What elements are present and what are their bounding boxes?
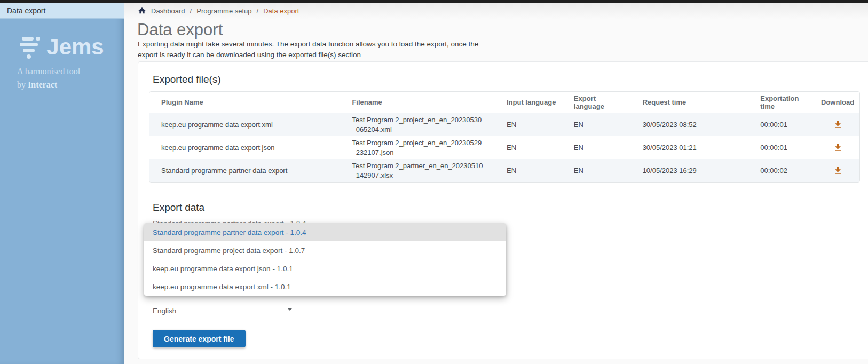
- download-icon[interactable]: [833, 120, 843, 130]
- top-bar: Dashboard/Programme setup/Data export: [124, 3, 868, 19]
- cell-plugin-name: Standard programme partner data export: [149, 159, 340, 182]
- cell-input-language: EN: [495, 136, 562, 159]
- plugin-select-dropdown: Standard programme partner data export -…: [144, 223, 506, 296]
- dropdown-option[interactable]: Standard programme project data export -…: [144, 241, 506, 259]
- export-language-value: English: [153, 307, 176, 315]
- cell-exportation-time: 00:00:02: [748, 159, 816, 182]
- cell-filename: Test Program 2_project_en_en_20230529_23…: [340, 136, 495, 159]
- cell-download: [816, 159, 859, 182]
- table-header-row: Plugin NameFilenameInput languageExport …: [149, 92, 859, 113]
- content-card: Exported file(s) Plugin NameFilenameInpu…: [138, 61, 868, 359]
- jems-logo-text: Jems: [46, 34, 104, 60]
- breadcrumb-item-programme-setup[interactable]: Programme setup: [196, 7, 251, 15]
- dropdown-option[interactable]: keep.eu programme data export json - 1.0…: [144, 259, 506, 278]
- jems-logo[interactable]: Jems: [0, 34, 124, 60]
- breadcrumb-item-data-export[interactable]: Data export: [263, 7, 299, 15]
- cell-download: [816, 136, 859, 159]
- dropdown-option[interactable]: Standard programme partner data export -…: [144, 223, 506, 241]
- sidebar: Data export Jems A harmonised tool by In…: [0, 3, 124, 364]
- download-icon[interactable]: [833, 143, 843, 153]
- sidebar-section-header[interactable]: Data export: [0, 3, 124, 19]
- dropdown-option[interactable]: keep.eu programme data export xml - 1.0.…: [144, 278, 506, 296]
- cell-export-language: EN: [562, 113, 631, 136]
- caret-down-icon: [287, 308, 293, 311]
- cell-download: [816, 113, 859, 136]
- logo-tagline: A harmonised tool by Interact: [0, 65, 124, 92]
- column-header-plugin-name: Plugin Name: [149, 92, 340, 113]
- download-icon[interactable]: [833, 165, 843, 176]
- table-row: keep.eu programme data export jsonTest P…: [149, 136, 859, 159]
- exported-files-table: Plugin NameFilenameInput languageExport …: [149, 91, 860, 183]
- breadcrumb-item-dashboard[interactable]: Dashboard: [151, 7, 185, 15]
- tagline-line1: A harmonised tool: [17, 67, 80, 76]
- cell-exportation-time: 00:00:01: [748, 113, 816, 136]
- jems-logo-icon: [20, 35, 41, 59]
- cell-filename: Test Program 2_partner_en_en_20230510_14…: [340, 159, 495, 182]
- cell-request-time: 30/05/2023 08:52: [631, 113, 749, 136]
- column-header-filename: Filename: [340, 92, 495, 113]
- home-icon[interactable]: [138, 6, 146, 15]
- cell-request-time: 10/05/2023 16:29: [631, 159, 749, 182]
- generate-export-file-button[interactable]: Generate export file: [153, 330, 246, 347]
- cell-request-time: 30/05/2023 01:21: [631, 136, 749, 159]
- breadcrumb-separator: /: [190, 7, 192, 15]
- column-header-exportation-time: Exportation time: [748, 92, 816, 113]
- cell-filename: Test Program 2_project_en_en_20230530_06…: [340, 113, 495, 136]
- cell-plugin-name: keep.eu programme data export xml: [149, 113, 340, 136]
- table-row: Standard programme partner data exportTe…: [149, 159, 859, 182]
- cell-export-language: EN: [562, 136, 631, 159]
- cell-plugin-name: keep.eu programme data export json: [149, 136, 340, 159]
- export-language-select[interactable]: English: [153, 304, 302, 320]
- app-window: Data export Jems A harmonised tool by In…: [0, 0, 868, 364]
- column-header-download: Download: [816, 92, 859, 113]
- cell-input-language: EN: [495, 113, 562, 136]
- exported-files-heading: Exported file(s): [153, 74, 221, 85]
- page-description: Exporting data might take several minute…: [138, 39, 494, 60]
- page-title: Data export: [137, 20, 223, 39]
- table-row: keep.eu programme data export xmlTest Pr…: [149, 113, 859, 136]
- column-header-input-language: Input language: [495, 92, 562, 113]
- breadcrumb-separator: /: [257, 7, 259, 15]
- tagline-line2-brand: Interact: [28, 80, 57, 89]
- cell-input-language: EN: [495, 159, 562, 182]
- column-header-request-time: Request time: [631, 92, 749, 113]
- cell-exportation-time: 00:00:01: [748, 136, 816, 159]
- column-header-export-language: Export language: [562, 92, 631, 113]
- cell-export-language: EN: [562, 159, 631, 182]
- breadcrumb: Dashboard/Programme setup/Data export: [138, 3, 299, 19]
- export-data-heading: Export data: [153, 202, 204, 213]
- tagline-line2-prefix: by: [17, 80, 28, 89]
